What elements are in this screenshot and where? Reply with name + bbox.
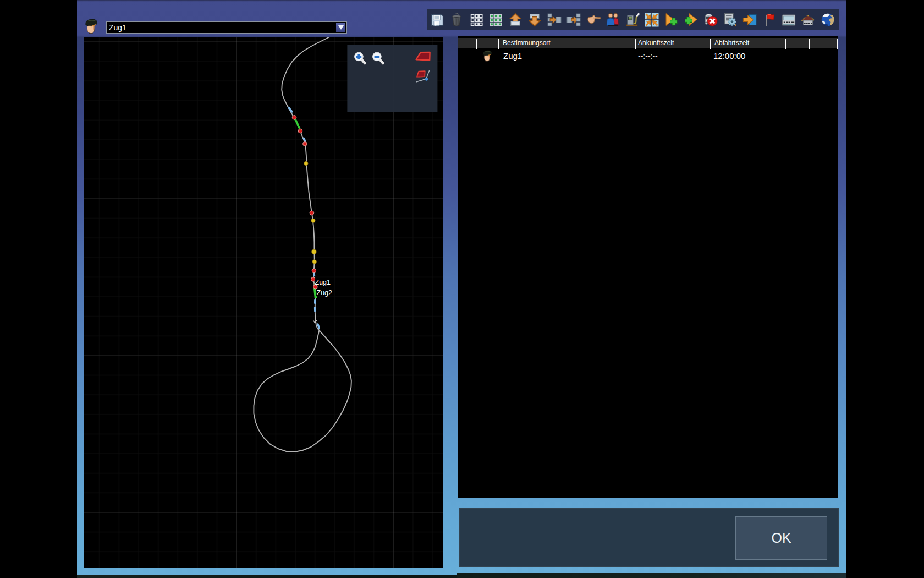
svg-text:Zug2: Zug2 [317,289,333,297]
svg-text:Zug1: Zug1 [315,279,331,286]
